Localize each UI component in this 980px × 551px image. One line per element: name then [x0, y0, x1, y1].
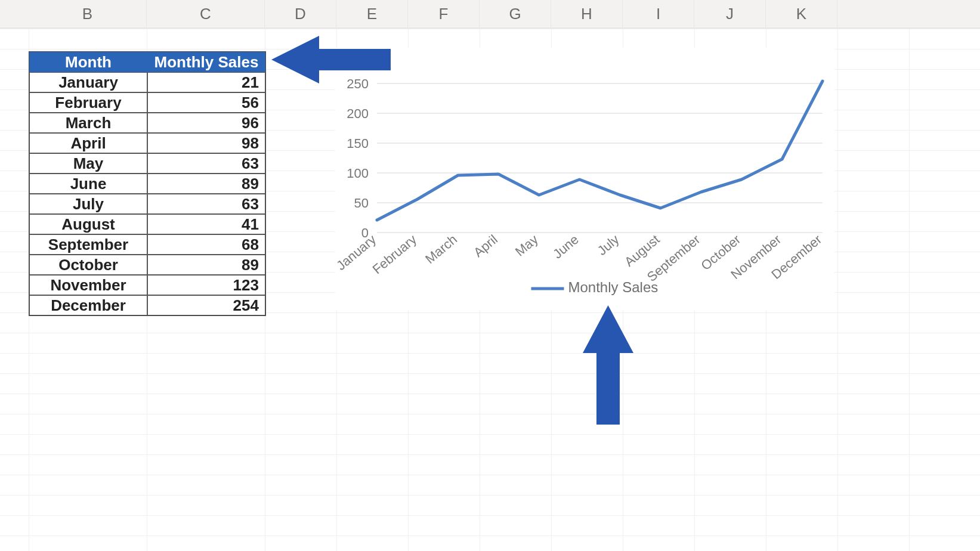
cell-month[interactable]: January	[29, 72, 147, 92]
column-header-J[interactable]: J	[694, 0, 766, 27]
x-tick-label: May	[512, 232, 541, 259]
cell-sales[interactable]: 96	[147, 113, 265, 133]
table-row[interactable]: January21	[29, 72, 265, 92]
cell-month[interactable]: December	[29, 295, 147, 315]
table-row[interactable]: December254	[29, 295, 265, 315]
column-header-row: BCDEFGHIJK	[0, 0, 980, 29]
data-table[interactable]: Month Monthly Sales January21February56M…	[29, 51, 266, 316]
column-header-G[interactable]: G	[480, 0, 551, 27]
table-row[interactable]: October89	[29, 255, 265, 275]
column-header-H[interactable]: H	[551, 0, 623, 27]
x-tick-label: April	[471, 232, 500, 260]
cell-month[interactable]: September	[29, 234, 147, 255]
cell-sales[interactable]: 89	[147, 174, 265, 194]
table-body: January21February56March96April98May63Ju…	[29, 72, 265, 315]
cell-sales[interactable]: 41	[147, 214, 265, 234]
cell-month[interactable]: July	[29, 194, 147, 214]
column-header-D[interactable]: D	[265, 0, 336, 27]
cell-sales[interactable]: 63	[147, 194, 265, 214]
column-header-C[interactable]: C	[147, 0, 265, 27]
x-tick-label: July	[595, 232, 622, 258]
cell-month[interactable]: June	[29, 174, 147, 194]
legend-label: Monthly Sales	[568, 279, 659, 295]
x-tick-label: March	[422, 232, 460, 267]
x-tick-label: February	[370, 232, 420, 277]
table-row[interactable]: February56	[29, 92, 265, 113]
cell-sales[interactable]: 21	[147, 72, 265, 92]
table-row[interactable]: November123	[29, 275, 265, 295]
cell-sales[interactable]: 123	[147, 275, 265, 295]
cell-month[interactable]: February	[29, 92, 147, 113]
cell-sales[interactable]: 63	[147, 153, 265, 174]
y-tick-label: 50	[354, 196, 369, 211]
series-line-monthly-sales	[377, 81, 823, 220]
line-chart[interactable]: 050100150200250JanuaryFebruaryMarchApril…	[335, 48, 834, 310]
svg-marker-6	[271, 36, 391, 83]
arrow-left-icon	[271, 36, 391, 83]
cell-sales[interactable]: 68	[147, 234, 265, 255]
column-header-K[interactable]: K	[766, 0, 837, 27]
column-header-E[interactable]: E	[336, 0, 408, 27]
cell-month[interactable]: November	[29, 275, 147, 295]
cell-sales[interactable]: 254	[147, 295, 265, 315]
cell-month[interactable]: May	[29, 153, 147, 174]
cell-sales[interactable]: 98	[147, 133, 265, 153]
cell-month[interactable]: March	[29, 113, 147, 133]
cell-sales[interactable]: 89	[147, 255, 265, 275]
table-row[interactable]: June89	[29, 174, 265, 194]
chart-svg: 050100150200250JanuaryFebruaryMarchApril…	[335, 48, 834, 310]
svg-marker-7	[583, 305, 633, 425]
table-header-row: Month Monthly Sales	[29, 52, 265, 72]
cell-sales[interactable]: 56	[147, 92, 265, 113]
table-row[interactable]: September68	[29, 234, 265, 255]
arrow-up-icon	[583, 305, 633, 425]
header-stub	[0, 0, 29, 27]
cell-month[interactable]: April	[29, 133, 147, 153]
y-tick-label: 100	[347, 166, 369, 181]
table-header-month[interactable]: Month	[29, 52, 147, 72]
table-row[interactable]: July63	[29, 194, 265, 214]
table-row[interactable]: August41	[29, 214, 265, 234]
y-tick-label: 150	[347, 136, 369, 151]
cell-month[interactable]: October	[29, 255, 147, 275]
spreadsheet-sheet[interactable]: BCDEFGHIJK Month Monthly Sales January21…	[0, 0, 980, 551]
column-header-B[interactable]: B	[29, 0, 147, 27]
table-row[interactable]: March96	[29, 113, 265, 133]
table-row[interactable]: April98	[29, 133, 265, 153]
column-header-I[interactable]: I	[623, 0, 694, 27]
cell-month[interactable]: August	[29, 214, 147, 234]
table-row[interactable]: May63	[29, 153, 265, 174]
column-header-F[interactable]: F	[408, 0, 480, 27]
table-header-sales[interactable]: Monthly Sales	[147, 52, 265, 72]
y-tick-label: 200	[347, 106, 369, 121]
x-tick-label: June	[550, 232, 582, 262]
